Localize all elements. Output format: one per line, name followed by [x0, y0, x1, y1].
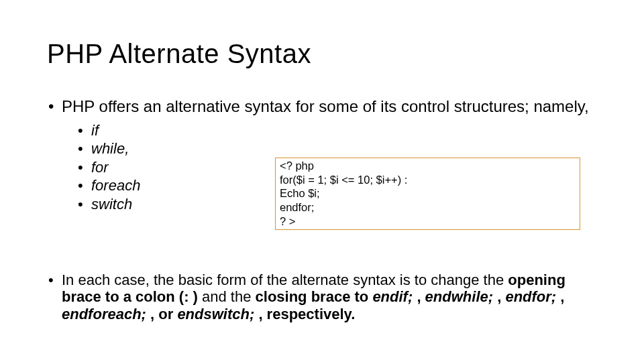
- closing-keyword: endwhile;: [425, 288, 498, 305]
- keyword-while: while,: [91, 140, 129, 157]
- keyword-for: for: [91, 159, 109, 176]
- closing-keyword: endforeach;: [62, 306, 150, 322]
- closing-text: , respectively.: [258, 306, 355, 322]
- code-line: Echo $i;: [280, 186, 576, 200]
- code-line: ? >: [280, 215, 576, 229]
- closing-keyword: endif;: [372, 288, 417, 305]
- slide-title: PHP Alternate Syntax: [47, 39, 604, 69]
- closing-keyword: endswitch;: [177, 306, 258, 322]
- code-line: for($i = 1; $i <= 10; $i++) :: [280, 173, 576, 187]
- intro-bullet: PHP offers an alternative syntax for som…: [47, 97, 604, 116]
- closing-bullet: In each case, the basic form of the alte…: [47, 272, 604, 322]
- keyword-if: if: [91, 122, 99, 139]
- closing-keyword: endfor;: [505, 288, 560, 305]
- keyword-foreach: foreach: [91, 177, 140, 194]
- closing-text: ,: [417, 288, 425, 305]
- code-line: endfor;: [280, 200, 576, 215]
- keyword-switch: switch: [91, 196, 132, 213]
- closing-text: and the: [202, 288, 256, 305]
- closing-paragraph: In each case, the basic form of the alte…: [47, 272, 604, 322]
- code-line: <? php: [280, 159, 576, 173]
- closing-bold: closing brace to: [256, 288, 373, 305]
- list-item: if: [78, 121, 604, 140]
- closing-text: , or: [150, 306, 177, 322]
- closing-text: In each case, the basic form of the alte…: [62, 272, 508, 288]
- list-item: while,: [78, 139, 604, 158]
- closing-text: ,: [560, 288, 564, 305]
- code-example-box: <? php for($i = 1; $i <= 10; $i++) : Ech…: [275, 158, 580, 230]
- closing-text: ,: [497, 288, 505, 305]
- slide: PHP Alternate Syntax PHP offers an alter…: [0, 0, 644, 362]
- intro-text: PHP offers an alternative syntax for som…: [62, 97, 589, 115]
